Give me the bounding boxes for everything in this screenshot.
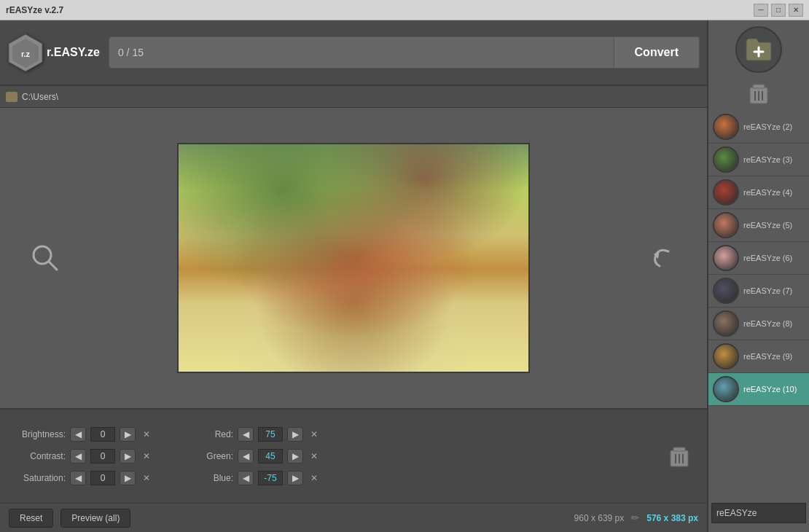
blue-value: -75 — [258, 471, 283, 485]
bottom-bar: Reset Preview (all) 960 x 639 px ✏ 576 x… — [0, 503, 707, 532]
green-row: Green: ◀ 45 ▶ ✕ — [182, 449, 321, 463]
convert-button[interactable]: Convert — [614, 36, 700, 69]
image-item-10[interactable]: reEASYze (10) — [708, 373, 809, 406]
image-thumb-7 — [713, 278, 739, 304]
image-name-input[interactable] — [711, 503, 806, 523]
blue-decrease[interactable]: ◀ — [238, 471, 254, 485]
contrast-label: Contrast: — [15, 451, 66, 461]
image-thumb-9 — [713, 343, 739, 369]
reset-button[interactable]: Reset — [9, 509, 53, 528]
image-thumb-5 — [713, 212, 739, 238]
maximize-button[interactable]: □ — [771, 4, 786, 17]
preview-image-inner — [179, 144, 528, 372]
close-button[interactable]: ✕ — [789, 4, 803, 17]
preview-image — [177, 143, 530, 373]
green-increase[interactable]: ▶ — [287, 449, 303, 463]
contrast-increase[interactable]: ▶ — [120, 449, 136, 463]
brightness-increase[interactable]: ▶ — [120, 427, 136, 442]
image-thumb-8 — [713, 310, 739, 337]
image-name-10: reEASYze (10) — [743, 385, 805, 394]
image-name-8: reEASYze (8) — [743, 319, 805, 328]
blue-reset[interactable]: ✕ — [308, 472, 321, 485]
toolbar: r.z r.EASY.ze 0 / 15 Convert — [0, 20, 707, 86]
svg-text:r.z: r.z — [21, 50, 31, 58]
brightness-value: 0 — [90, 427, 115, 442]
right-controls: Red: ◀ 75 ▶ ✕ Green: ◀ 45 ▶ ✕ Blue: — [182, 427, 321, 485]
image-name-6: reEASYze (6) — [743, 254, 805, 262]
progress-track: 0 / 15 — [109, 36, 614, 69]
titlebar: rEASYze v.2.7 ─ □ ✕ — [0, 0, 809, 20]
red-value: 75 — [258, 427, 283, 442]
red-increase[interactable]: ▶ — [287, 427, 303, 442]
image-name-4: reEASYze (4) — [743, 188, 805, 197]
image-name-7: reEASYze (7) — [743, 286, 805, 295]
red-label: Red: — [182, 429, 233, 439]
green-decrease[interactable]: ◀ — [238, 449, 254, 463]
brightness-label: Brightness: — [15, 429, 66, 439]
preview-area — [0, 108, 707, 408]
svg-rect-7 — [673, 447, 685, 451]
image-item-3[interactable]: reEASYze (3) — [708, 144, 809, 176]
progress-label: 0 / 15 — [118, 47, 144, 58]
path-folder-icon — [6, 92, 17, 102]
image-item-6[interactable]: reEASYze (6) — [708, 242, 809, 275]
blue-increase[interactable]: ▶ — [287, 471, 303, 485]
minimize-button[interactable]: ─ — [754, 4, 768, 17]
blue-row: Blue: ◀ -75 ▶ ✕ — [182, 471, 321, 485]
image-list: reEASYze (2)reEASYze (3)reEASYze (4)reEA… — [708, 111, 809, 500]
delete-controls-button[interactable] — [666, 443, 692, 469]
saturation-row: Saturation: ◀ 0 ▶ ✕ — [15, 471, 153, 485]
left-area: r.z r.EASY.ze 0 / 15 Convert C:\Users\ — [0, 20, 707, 532]
logo-text: r.EASY.ze — [47, 46, 100, 59]
logo: r.z r.EASY.ze — [7, 31, 100, 74]
red-decrease[interactable]: ◀ — [238, 427, 254, 442]
titlebar-title: rEASYze v.2.7 — [6, 5, 63, 15]
blue-label: Blue: — [182, 473, 233, 483]
image-item-5[interactable]: reEASYze (5) — [708, 209, 809, 242]
contrast-value: 0 — [90, 449, 115, 463]
contrast-reset[interactable]: ✕ — [140, 450, 153, 463]
path-text: C:\Users\ — [22, 92, 58, 102]
contrast-row: Contrast: ◀ 0 ▶ ✕ — [15, 449, 153, 463]
delete-all-button[interactable] — [744, 79, 773, 108]
saturation-value: 0 — [90, 471, 115, 485]
svg-line-4 — [49, 262, 57, 270]
image-thumb-4 — [713, 179, 739, 206]
green-reset[interactable]: ✕ — [308, 450, 321, 463]
brightness-row: Brightness: ◀ 0 ▶ ✕ — [15, 427, 153, 442]
left-controls: Brightness: ◀ 0 ▶ ✕ Contrast: ◀ 0 ▶ ✕ Sa… — [15, 427, 153, 485]
original-size: 960 x 639 px — [574, 513, 625, 523]
image-thumb-6 — [713, 245, 739, 271]
image-item-7[interactable]: reEASYze (7) — [708, 275, 809, 308]
image-name-3: reEASYze (3) — [743, 155, 805, 164]
image-thumb-2 — [713, 114, 739, 140]
brightness-reset[interactable]: ✕ — [140, 428, 153, 441]
preview-all-button[interactable]: Preview (all) — [60, 509, 130, 528]
saturation-increase[interactable]: ▶ — [120, 471, 136, 485]
logo-icon: r.z — [7, 31, 44, 74]
contrast-decrease[interactable]: ◀ — [70, 449, 86, 463]
undo-icon[interactable] — [646, 242, 678, 274]
saturation-label: Saturation: — [15, 473, 66, 483]
image-thumb-3 — [713, 146, 739, 173]
saturation-reset[interactable]: ✕ — [140, 472, 153, 485]
zoom-icon[interactable] — [29, 242, 61, 274]
titlebar-controls: ─ □ ✕ — [754, 4, 803, 17]
brightness-decrease[interactable]: ◀ — [70, 427, 86, 442]
image-item-9[interactable]: reEASYze (9) — [708, 340, 809, 373]
green-value: 45 — [258, 449, 283, 463]
path-bar: C:\Users\ — [0, 86, 707, 108]
image-name-9: reEASYze (9) — [743, 352, 805, 361]
red-row: Red: ◀ 75 ▶ ✕ — [182, 427, 321, 442]
add-folder-button[interactable] — [735, 26, 782, 73]
image-name-2: reEASYze (2) — [743, 122, 805, 131]
right-panel: reEASYze (2)reEASYze (3)reEASYze (4)reEA… — [707, 20, 809, 532]
svg-rect-14 — [753, 85, 765, 88]
image-item-8[interactable]: reEASYze (8) — [708, 308, 809, 340]
pencil-icon: ✏ — [631, 512, 639, 523]
saturation-decrease[interactable]: ◀ — [70, 471, 86, 485]
image-thumb-10 — [713, 376, 739, 402]
image-item-2[interactable]: reEASYze (2) — [708, 111, 809, 144]
image-item-4[interactable]: reEASYze (4) — [708, 176, 809, 209]
red-reset[interactable]: ✕ — [308, 428, 321, 441]
